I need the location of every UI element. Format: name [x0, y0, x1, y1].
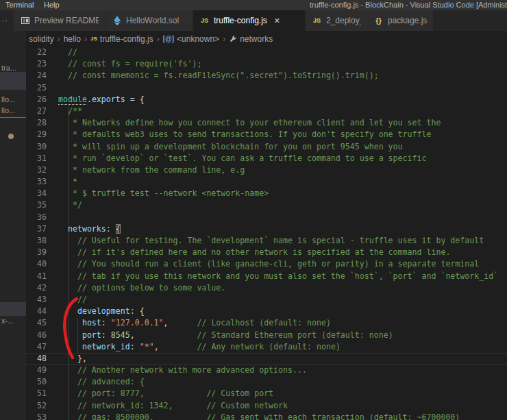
tab-label: Preview README_ZH_TW.md [34, 16, 99, 25]
code-text: development: { [47, 306, 145, 317]
code-line[interactable]: 50 // advanced: { [26, 376, 507, 388]
code-line[interactable]: 26module.exports = { [26, 94, 507, 106]
line-number: 32 [26, 164, 47, 176]
code-line[interactable]: 44 development: { [26, 306, 507, 317]
code-line[interactable]: 49 // Another network with more advanced… [26, 365, 507, 376]
explorer-selected-row[interactable] [0, 302, 26, 316]
breadcrumb-separator: › [82, 34, 89, 44]
code-text: // [47, 294, 87, 306]
code-text: * Networks define how you connect to you… [47, 117, 441, 129]
code-line[interactable]: 37 networks: { [26, 223, 507, 235]
code-text: // tab if you use this network and you m… [47, 271, 498, 282]
code-line[interactable]: 51 // port: 8777, // Custom port [26, 388, 507, 399]
line-number: 34 [26, 188, 47, 199]
code-line[interactable]: 32 * network from the command line, e.g [26, 164, 507, 176]
code-line[interactable]: 40 // You should run a client (like gana… [26, 258, 507, 270]
line-number: 53 [26, 412, 47, 420]
tab-truffle-config[interactable]: JS truffle-config.js ✕ [193, 10, 306, 31]
explorer-selected-row[interactable] [0, 72, 26, 90]
markdown-preview-icon [20, 16, 30, 26]
line-number: 27 [26, 106, 47, 117]
line-number: 50 [26, 376, 47, 388]
tab-helloworld-sol[interactable]: HelloWorld.sol [106, 10, 193, 31]
code-text: // gas: 8500000, // Gas sent with each t… [47, 412, 460, 420]
breadcrumb-separator: › [221, 34, 227, 44]
explorer-item-truncated[interactable]: x-... [1, 317, 14, 325]
code-line[interactable]: 29 * defaults web3 uses to send transact… [26, 129, 507, 140]
code-line[interactable]: 22 // [26, 47, 507, 58]
line-number: 35 [26, 199, 47, 211]
tab-preview-readme[interactable]: Preview README_ZH_TW.md [14, 10, 106, 31]
line-number: 47 [26, 341, 47, 353]
code-line[interactable]: 53 // gas: 8500000, // Gas sent with eac… [26, 412, 507, 420]
code-line[interactable]: 27 /** [26, 106, 507, 117]
code-text: // const fs = require('fs'); [47, 58, 201, 70]
line-number: 22 [26, 47, 47, 58]
breadcrumb-solidity[interactable]: solidity [27, 34, 55, 44]
code-line[interactable]: 41 // tab if you use this network and yo… [26, 271, 507, 282]
code-text: // advanced: { [47, 376, 145, 388]
line-number: 43 [26, 294, 47, 306]
line-number: 36 [26, 212, 47, 223]
code-line[interactable]: 23 // const fs = require('fs'); [26, 58, 507, 70]
explorer-strip: tra... llo... llo... x-... [0, 31, 26, 420]
code-text: * defaults web3 uses to send transaction… [47, 129, 431, 140]
code-line[interactable]: 24 // const mnemonic = fs.readFileSync("… [26, 70, 507, 82]
breadcrumb-file[interactable]: truffle-config.js [99, 34, 155, 44]
tab-bar: ·· Preview README_ZH_TW.md HelloWorld.so… [0, 10, 507, 31]
code-text [47, 212, 58, 223]
code-line[interactable]: 35 */ [26, 199, 507, 211]
code-line[interactable]: 31 * run `develop` or `test`. You can as… [26, 153, 507, 164]
line-number: 29 [26, 129, 47, 140]
explorer-item-truncated[interactable]: llo... [1, 95, 15, 103]
tab-label: package.js [388, 16, 427, 25]
code-text: */ [47, 199, 82, 211]
menu-terminal[interactable]: Terminal [5, 0, 34, 10]
line-number: 46 [26, 330, 47, 341]
explorer-item-truncated[interactable]: llo... [1, 106, 15, 114]
code-line[interactable]: 36 [26, 212, 507, 223]
title-bar: Terminal Help truffle-config.js - BlockC… [0, 0, 507, 10]
code-line[interactable]: 30 * will spin up a development blockcha… [26, 141, 507, 153]
tab-label: truffle-config.js [214, 16, 267, 25]
code-text: * network from the command line, e.g [47, 164, 245, 176]
code-line[interactable]: 48 }, [26, 353, 507, 365]
menu-help[interactable]: Help [44, 0, 60, 10]
code-text: // const mnemonic = fs.readFileSync(".se… [47, 70, 379, 82]
line-number: 52 [26, 400, 47, 412]
code-line[interactable]: 33 * [26, 176, 507, 188]
code-line[interactable]: 45 host: "127.0.0.1", // Localhost (defa… [26, 317, 507, 329]
code-text: // You should run a client (like ganache… [47, 258, 479, 270]
breadcrumb-unknown-symbol[interactable]: <unknown> [175, 34, 221, 44]
js-icon: JS [312, 16, 322, 26]
code-line[interactable]: 34 * $ truffle test --network <network-n… [26, 188, 507, 199]
close-icon[interactable]: ✕ [274, 16, 280, 25]
code-line[interactable]: 47 network_id: "*", // Any network (defa… [26, 341, 507, 353]
code-line[interactable]: 25 [26, 82, 507, 94]
code-text: // if it's defined here and no other net… [47, 247, 450, 258]
code-text: // Useful for testing. The `development`… [47, 235, 484, 247]
code-editor[interactable]: 22 //23 // const fs = require('fs');24 /… [26, 47, 507, 420]
indent-guide [68, 106, 69, 420]
module-symbol-icon: [@] [163, 35, 174, 42]
tab-package-json[interactable]: {} package.js [367, 10, 434, 31]
line-number: 31 [26, 153, 47, 164]
line-number: 30 [26, 141, 47, 153]
explorer-item-truncated[interactable]: tra... [1, 64, 16, 72]
breadcrumb-networks-symbol[interactable]: networks [238, 34, 274, 44]
code-text: }, [47, 353, 87, 365]
tab-deploy-contracts[interactable]: JS 2_deploy_contracts.js [306, 10, 367, 31]
code-text: * [47, 176, 77, 188]
code-line[interactable]: 42 // options below to some value. [26, 282, 507, 294]
line-number: 33 [26, 176, 47, 188]
code-line[interactable]: 28 * Networks define how you connect to … [26, 117, 507, 129]
code-line[interactable]: 43 // [26, 294, 507, 306]
modified-dot-icon [8, 134, 14, 139]
breadcrumb-hello[interactable]: hello [62, 34, 82, 44]
line-number: 28 [26, 117, 47, 129]
code-line[interactable]: 38 // Useful for testing. The `developme… [26, 235, 507, 247]
line-number: 40 [26, 258, 47, 270]
code-line[interactable]: 46 port: 8545, // Standard Ethereum port… [26, 330, 507, 341]
code-line[interactable]: 52 // network_id: 1342, // Custom networ… [26, 400, 507, 412]
code-line[interactable]: 39 // if it's defined here and no other … [26, 247, 507, 258]
